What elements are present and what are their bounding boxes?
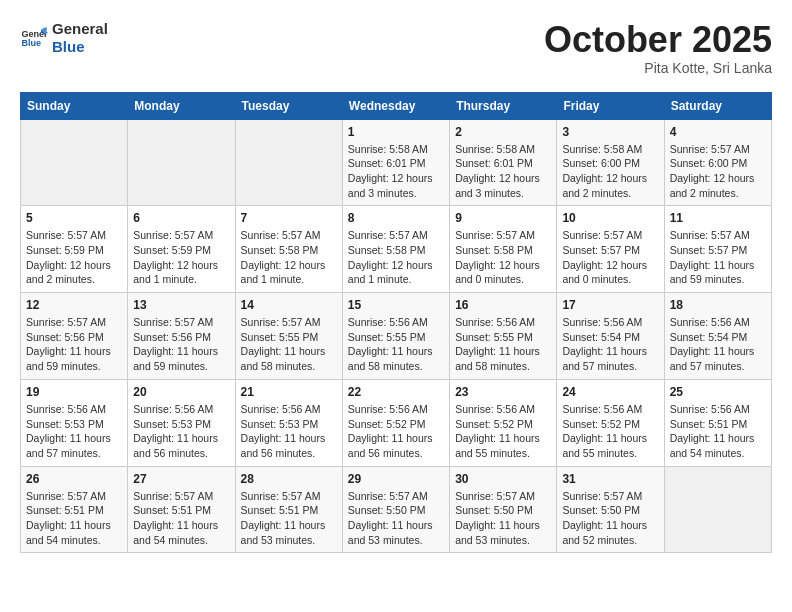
day-info: Sunrise: 5:57 AMSunset: 5:50 PMDaylight:…	[455, 489, 551, 548]
day-info: Sunrise: 5:57 AMSunset: 5:55 PMDaylight:…	[241, 315, 337, 374]
day-info: Sunrise: 5:58 AMSunset: 6:01 PMDaylight:…	[348, 142, 444, 201]
logo-general-text: General	[52, 20, 108, 38]
day-info: Sunrise: 5:57 AMSunset: 6:00 PMDaylight:…	[670, 142, 766, 201]
calendar-table: SundayMondayTuesdayWednesdayThursdayFrid…	[20, 92, 772, 554]
day-info: Sunrise: 5:57 AMSunset: 5:57 PMDaylight:…	[670, 228, 766, 287]
day-cell: 18Sunrise: 5:56 AMSunset: 5:54 PMDayligh…	[664, 293, 771, 380]
day-number: 20	[133, 385, 229, 399]
day-cell	[128, 119, 235, 206]
day-cell: 16Sunrise: 5:56 AMSunset: 5:55 PMDayligh…	[450, 293, 557, 380]
day-number: 13	[133, 298, 229, 312]
day-info: Sunrise: 5:56 AMSunset: 5:53 PMDaylight:…	[133, 402, 229, 461]
day-number: 4	[670, 125, 766, 139]
day-number: 11	[670, 211, 766, 225]
day-number: 6	[133, 211, 229, 225]
page-header: General Blue General Blue October 2025 P…	[20, 20, 772, 76]
weekday-header-monday: Monday	[128, 92, 235, 119]
day-number: 19	[26, 385, 122, 399]
day-info: Sunrise: 5:57 AMSunset: 5:58 PMDaylight:…	[455, 228, 551, 287]
week-row-3: 12Sunrise: 5:57 AMSunset: 5:56 PMDayligh…	[21, 293, 772, 380]
day-number: 16	[455, 298, 551, 312]
day-info: Sunrise: 5:57 AMSunset: 5:58 PMDaylight:…	[348, 228, 444, 287]
weekday-header-tuesday: Tuesday	[235, 92, 342, 119]
day-info: Sunrise: 5:56 AMSunset: 5:53 PMDaylight:…	[241, 402, 337, 461]
weekday-header-thursday: Thursday	[450, 92, 557, 119]
day-info: Sunrise: 5:57 AMSunset: 5:50 PMDaylight:…	[562, 489, 658, 548]
day-cell: 20Sunrise: 5:56 AMSunset: 5:53 PMDayligh…	[128, 379, 235, 466]
week-row-2: 5Sunrise: 5:57 AMSunset: 5:59 PMDaylight…	[21, 206, 772, 293]
day-cell: 15Sunrise: 5:56 AMSunset: 5:55 PMDayligh…	[342, 293, 449, 380]
day-info: Sunrise: 5:57 AMSunset: 5:59 PMDaylight:…	[133, 228, 229, 287]
weekday-header-sunday: Sunday	[21, 92, 128, 119]
day-info: Sunrise: 5:56 AMSunset: 5:55 PMDaylight:…	[455, 315, 551, 374]
day-info: Sunrise: 5:56 AMSunset: 5:55 PMDaylight:…	[348, 315, 444, 374]
day-cell	[21, 119, 128, 206]
day-info: Sunrise: 5:56 AMSunset: 5:54 PMDaylight:…	[562, 315, 658, 374]
day-info: Sunrise: 5:57 AMSunset: 5:56 PMDaylight:…	[133, 315, 229, 374]
day-number: 12	[26, 298, 122, 312]
day-cell: 11Sunrise: 5:57 AMSunset: 5:57 PMDayligh…	[664, 206, 771, 293]
week-row-1: 1Sunrise: 5:58 AMSunset: 6:01 PMDaylight…	[21, 119, 772, 206]
weekday-header-wednesday: Wednesday	[342, 92, 449, 119]
day-number: 14	[241, 298, 337, 312]
day-cell: 12Sunrise: 5:57 AMSunset: 5:56 PMDayligh…	[21, 293, 128, 380]
day-cell	[664, 466, 771, 553]
month-title: October 2025	[544, 20, 772, 60]
day-number: 25	[670, 385, 766, 399]
day-info: Sunrise: 5:58 AMSunset: 6:00 PMDaylight:…	[562, 142, 658, 201]
day-info: Sunrise: 5:56 AMSunset: 5:53 PMDaylight:…	[26, 402, 122, 461]
day-number: 7	[241, 211, 337, 225]
day-info: Sunrise: 5:57 AMSunset: 5:59 PMDaylight:…	[26, 228, 122, 287]
logo-blue-text: Blue	[52, 38, 108, 56]
day-cell: 23Sunrise: 5:56 AMSunset: 5:52 PMDayligh…	[450, 379, 557, 466]
day-number: 17	[562, 298, 658, 312]
day-number: 23	[455, 385, 551, 399]
day-number: 24	[562, 385, 658, 399]
svg-text:Blue: Blue	[21, 38, 41, 48]
logo: General Blue General Blue	[20, 20, 108, 56]
day-number: 10	[562, 211, 658, 225]
logo-icon: General Blue	[20, 24, 48, 52]
day-cell: 26Sunrise: 5:57 AMSunset: 5:51 PMDayligh…	[21, 466, 128, 553]
day-number: 18	[670, 298, 766, 312]
day-cell: 21Sunrise: 5:56 AMSunset: 5:53 PMDayligh…	[235, 379, 342, 466]
day-cell: 3Sunrise: 5:58 AMSunset: 6:00 PMDaylight…	[557, 119, 664, 206]
day-number: 26	[26, 472, 122, 486]
day-number: 27	[133, 472, 229, 486]
day-cell: 6Sunrise: 5:57 AMSunset: 5:59 PMDaylight…	[128, 206, 235, 293]
day-cell: 30Sunrise: 5:57 AMSunset: 5:50 PMDayligh…	[450, 466, 557, 553]
day-cell	[235, 119, 342, 206]
day-cell: 22Sunrise: 5:56 AMSunset: 5:52 PMDayligh…	[342, 379, 449, 466]
day-cell: 2Sunrise: 5:58 AMSunset: 6:01 PMDaylight…	[450, 119, 557, 206]
day-cell: 27Sunrise: 5:57 AMSunset: 5:51 PMDayligh…	[128, 466, 235, 553]
day-info: Sunrise: 5:57 AMSunset: 5:51 PMDaylight:…	[241, 489, 337, 548]
day-number: 15	[348, 298, 444, 312]
day-cell: 28Sunrise: 5:57 AMSunset: 5:51 PMDayligh…	[235, 466, 342, 553]
day-info: Sunrise: 5:57 AMSunset: 5:51 PMDaylight:…	[26, 489, 122, 548]
day-number: 22	[348, 385, 444, 399]
day-number: 2	[455, 125, 551, 139]
day-number: 28	[241, 472, 337, 486]
day-cell: 19Sunrise: 5:56 AMSunset: 5:53 PMDayligh…	[21, 379, 128, 466]
day-cell: 4Sunrise: 5:57 AMSunset: 6:00 PMDaylight…	[664, 119, 771, 206]
day-cell: 24Sunrise: 5:56 AMSunset: 5:52 PMDayligh…	[557, 379, 664, 466]
day-info: Sunrise: 5:57 AMSunset: 5:57 PMDaylight:…	[562, 228, 658, 287]
weekday-header-row: SundayMondayTuesdayWednesdayThursdayFrid…	[21, 92, 772, 119]
location-subtitle: Pita Kotte, Sri Lanka	[544, 60, 772, 76]
day-cell: 5Sunrise: 5:57 AMSunset: 5:59 PMDaylight…	[21, 206, 128, 293]
day-info: Sunrise: 5:57 AMSunset: 5:50 PMDaylight:…	[348, 489, 444, 548]
day-cell: 14Sunrise: 5:57 AMSunset: 5:55 PMDayligh…	[235, 293, 342, 380]
day-cell: 1Sunrise: 5:58 AMSunset: 6:01 PMDaylight…	[342, 119, 449, 206]
day-cell: 31Sunrise: 5:57 AMSunset: 5:50 PMDayligh…	[557, 466, 664, 553]
day-number: 5	[26, 211, 122, 225]
day-info: Sunrise: 5:56 AMSunset: 5:52 PMDaylight:…	[562, 402, 658, 461]
day-number: 8	[348, 211, 444, 225]
day-number: 3	[562, 125, 658, 139]
week-row-5: 26Sunrise: 5:57 AMSunset: 5:51 PMDayligh…	[21, 466, 772, 553]
week-row-4: 19Sunrise: 5:56 AMSunset: 5:53 PMDayligh…	[21, 379, 772, 466]
day-number: 31	[562, 472, 658, 486]
day-info: Sunrise: 5:57 AMSunset: 5:58 PMDaylight:…	[241, 228, 337, 287]
day-number: 21	[241, 385, 337, 399]
day-info: Sunrise: 5:57 AMSunset: 5:51 PMDaylight:…	[133, 489, 229, 548]
day-info: Sunrise: 5:56 AMSunset: 5:54 PMDaylight:…	[670, 315, 766, 374]
